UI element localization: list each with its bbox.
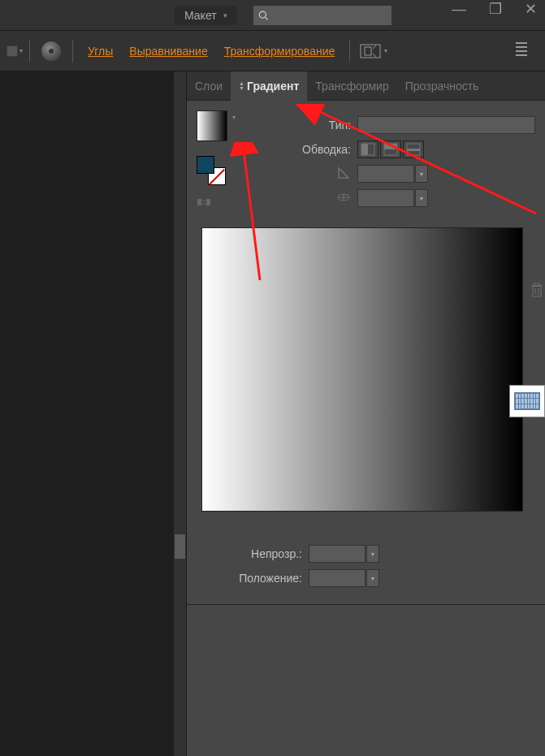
transform-link[interactable]: Трансформирование [224, 45, 335, 58]
gradient-swatch[interactable] [197, 110, 227, 141]
tab-transform[interactable]: Трансформир [307, 71, 396, 101]
disc-icon[interactable] [41, 41, 61, 61]
align-link[interactable]: Выравнивание [129, 45, 207, 58]
position-label: Положение: [197, 572, 302, 585]
fill-swatch[interactable] [197, 156, 214, 174]
stop-position-input[interactable] [309, 569, 365, 587]
tab-transparency[interactable]: Прозрачность [397, 71, 487, 101]
maximize-button[interactable]: ❐ [489, 0, 502, 18]
angle-icon [336, 166, 351, 180]
angle-input[interactable] [357, 165, 414, 183]
svg-rect-4 [365, 47, 371, 55]
scrollbar-thumb[interactable] [175, 534, 185, 559]
search-icon [258, 10, 269, 21]
aspect-dropdown[interactable]: ▼ [415, 189, 428, 207]
minimize-button[interactable]: — [452, 1, 466, 18]
opacity-label: Непрозр.: [197, 547, 302, 560]
divider [72, 40, 73, 63]
chevron-down-icon[interactable]: ▾ [384, 47, 387, 54]
search-field[interactable] [253, 6, 391, 25]
scrollbar-track[interactable] [174, 71, 186, 756]
tab-layers[interactable]: Слои [187, 71, 231, 101]
divider [349, 40, 350, 63]
aspect-icon [336, 190, 351, 205]
type-label: Тип: [245, 119, 351, 132]
svg-line-1 [265, 17, 267, 19]
svg-line-5 [373, 45, 376, 49]
fill-thumb-icon[interactable] [6, 45, 18, 57]
svg-rect-14 [407, 149, 420, 151]
angle-dropdown[interactable]: ▼ [415, 165, 428, 183]
control-bar: ▾ Углы Выравнивание Трансформирование ▾ [0, 31, 545, 71]
reverse-gradient-icon[interactable] [197, 197, 211, 208]
stroke-along-button[interactable] [380, 140, 401, 158]
stroke-across-button[interactable] [403, 140, 424, 158]
divider [29, 40, 30, 63]
svg-rect-8 [206, 199, 210, 205]
document-area[interactable] [0, 71, 187, 756]
swatch-column: ▾ [197, 110, 236, 213]
fill-stroke-swatches[interactable] [197, 156, 226, 185]
stop-position-dropdown[interactable]: ▼ [366, 569, 379, 587]
svg-rect-3 [361, 45, 380, 58]
trash-icon[interactable] [530, 283, 543, 297]
close-button[interactable]: ✕ [525, 0, 537, 18]
fitting-icon[interactable] [360, 44, 381, 58]
tab-gradient[interactable]: ▲▼ Градиент [231, 71, 307, 101]
svg-rect-10 [361, 144, 368, 155]
svg-rect-2 [6, 45, 18, 57]
keyboard-icon[interactable] [509, 385, 545, 417]
stroke-within-button[interactable] [357, 140, 378, 158]
sort-toggle-icon[interactable]: ▲▼ [239, 81, 244, 91]
svg-line-6 [373, 54, 376, 57]
stop-opacity-input[interactable] [309, 545, 365, 563]
gradient-type-dropdown[interactable] [357, 116, 535, 134]
gradient-ramp-preview[interactable] [201, 227, 523, 512]
chevron-down-icon[interactable]: ▾ [232, 114, 236, 121]
panel-menu-icon[interactable] [516, 42, 527, 56]
svg-rect-20 [534, 283, 539, 286]
panel-tab-bar: Слои ▲▼ Градиент Трансформир Прозрачност… [187, 71, 545, 101]
workspace-switcher[interactable]: Макет ▾ [175, 6, 237, 25]
stroke-label: Обводка: [245, 143, 351, 156]
gradient-panel: Слои ▲▼ Градиент Трансформир Прозрачност… [187, 71, 545, 756]
svg-rect-18 [533, 286, 541, 296]
corners-link[interactable]: Углы [88, 45, 113, 58]
stop-opacity-dropdown[interactable]: ▼ [366, 545, 379, 563]
workspace-label: Макет [184, 9, 217, 22]
title-bar: Макет ▾ — ❐ ✕ [0, 0, 545, 31]
canvas-pasteboard [0, 71, 174, 756]
search-input[interactable] [271, 9, 386, 21]
svg-rect-7 [197, 199, 201, 205]
svg-point-0 [259, 11, 266, 18]
chevron-down-icon[interactable]: ▾ [19, 47, 23, 54]
svg-rect-12 [384, 144, 397, 149]
chevron-down-icon: ▾ [223, 11, 227, 19]
aspect-input[interactable] [357, 189, 414, 207]
